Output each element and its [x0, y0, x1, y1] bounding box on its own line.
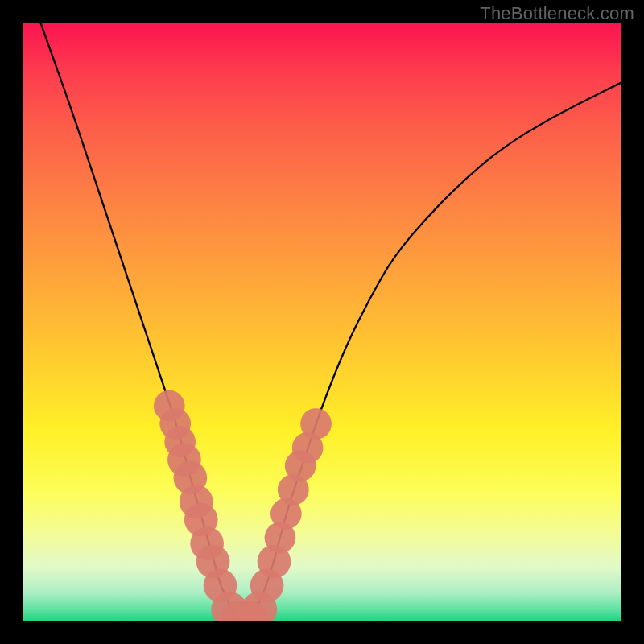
watermark-text: TheBottleneck.com	[480, 3, 634, 24]
bottleneck-curve-path	[40, 23, 621, 621]
plot-area	[23, 23, 621, 621]
curve-group	[40, 23, 621, 621]
dots-group	[154, 390, 332, 621]
chart-frame: TheBottleneck.com	[0, 0, 644, 644]
marker-dot	[300, 408, 332, 440]
chart-svg	[23, 23, 621, 621]
